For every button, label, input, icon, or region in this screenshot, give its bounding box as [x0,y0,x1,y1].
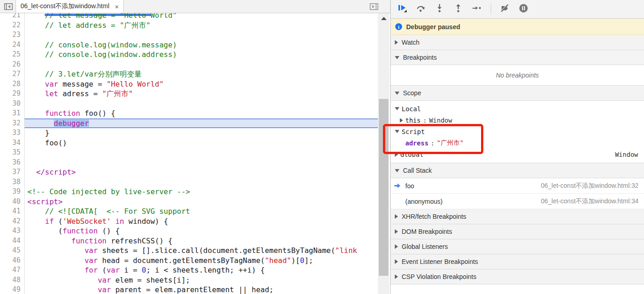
code-text[interactable]: var message = "Hello World" [25,79,378,89]
line-number[interactable]: 27 [0,69,25,79]
call-stack-frame[interactable]: (anonymous)06_let-const不添加window.html:34 [391,194,644,209]
line-number[interactable]: 30 [0,99,25,109]
code-text[interactable]: foo() [25,138,378,148]
section-header-xhr-fetch-breakpoints[interactable]: XHR/fetch Breakpoints [391,209,644,224]
code-text[interactable]: // <![CDATA[ <-- For SVG support [25,206,378,217]
editor-scrollbar[interactable] [378,13,389,294]
code-text[interactable]: </script> [25,167,378,177]
line-number[interactable]: 42 [0,217,25,227]
code-text[interactable] [25,177,378,187]
code-text[interactable]: (function () { [25,226,378,236]
line-number[interactable]: 46 [0,256,25,266]
show-debugger-sidebar-icon[interactable] [369,3,378,10]
scope-row-local[interactable]: Local [391,103,644,114]
line-number[interactable]: 37 [0,167,25,177]
code-text[interactable]: } [25,128,378,138]
code-text[interactable]: <script> [25,197,378,207]
line-number[interactable]: 34 [0,138,25,148]
code-line: 34 foo() [0,138,378,148]
code-editor[interactable]: 21 // let message = "Hello World"22 // l… [0,13,390,294]
line-number[interactable]: 33 [0,128,25,138]
scope-item-name: Global [400,151,424,158]
call-stack-frame[interactable]: foo06_let-const不添加window.html:32 [391,178,644,194]
line-number[interactable]: 41 [0,206,25,217]
step-out-button[interactable] [453,4,463,13]
scrollbar-up-button[interactable] [378,13,389,23]
line-number[interactable]: 48 [0,275,25,285]
frame-location[interactable]: 06_let-const不添加window.html:32 [541,182,639,190]
scope-row-this[interactable]: this: Window [391,114,644,126]
editor-tab[interactable]: 06_let-const不添加window.html × [16,0,124,13]
line-number[interactable]: 47 [0,265,25,275]
code-text[interactable]: let adress = "广州市" [25,89,378,99]
section-header-dom-breakpoints[interactable]: DOM Breakpoints [391,224,644,239]
code-text[interactable] [25,99,378,109]
code-text[interactable]: // console.log(window.message) [25,40,378,50]
code-text[interactable]: var parent = elem.parentElement || head; [25,285,378,294]
scope-row-adress[interactable]: adress: "广州市" [391,137,644,149]
step-into-button[interactable] [435,4,445,13]
code-line: 37 </script> [0,167,378,177]
code-text[interactable] [25,148,378,158]
line-number[interactable]: 28 [0,79,25,89]
code-token [27,119,54,128]
line-number[interactable]: 38 [0,177,25,187]
code-text[interactable]: if ('WebSocket' in window) { [25,217,378,227]
line-number[interactable]: 49 [0,285,25,294]
code-text[interactable] [25,60,378,70]
code-text[interactable]: // console.log(window.address) [25,50,378,60]
frame-location[interactable]: 06_let-const不添加window.html:34 [541,197,639,206]
line-number[interactable]: 36 [0,158,25,168]
scope-row-script[interactable]: Script [391,126,644,137]
code-text[interactable]: var sheets = [].slice.call(document.getE… [25,246,378,256]
section-header-breakpoints[interactable]: Breakpoints [391,50,644,65]
line-number[interactable]: 40 [0,197,25,207]
line-number[interactable]: 43 [0,226,25,236]
line-number[interactable]: 25 [0,50,25,60]
pause-on-exceptions-button[interactable] [518,4,529,13]
section-header-event-listener-breakpoints[interactable]: Event Listener Breakpoints [391,254,644,269]
line-number[interactable]: 32 [0,119,25,129]
code-text[interactable] [25,30,378,40]
scope-row-global[interactable]: GlobalWindow [391,149,644,160]
line-number[interactable]: 22 [0,21,25,31]
code-text[interactable] [25,158,378,168]
code-text[interactable]: var head = document.getElementsByTagName… [25,256,378,266]
scrollbar-thumb[interactable] [379,99,388,276]
code-text[interactable]: // 3.let/var分别声明变量 [25,69,378,79]
line-number[interactable]: 24 [0,40,25,50]
code-text[interactable]: // let message = "Hello World" [25,13,378,21]
code-line: 41 // <![CDATA[ <-- For SVG support [0,206,378,217]
tab-close-icon[interactable]: × [115,3,119,10]
step-over-button[interactable] [416,4,426,13]
step-button[interactable] [472,4,482,13]
line-number[interactable]: 21 [0,13,25,21]
line-number[interactable]: 31 [0,108,25,119]
section-header-global-listeners[interactable]: Global Listeners [391,239,644,254]
line-number[interactable]: 23 [0,30,25,40]
code-text[interactable]: for (var i = 0; i < sheets.length; ++i) … [25,265,378,275]
section-header-watch[interactable]: Watch [391,35,644,50]
line-number[interactable]: 26 [0,60,25,70]
code-text[interactable]: // let address = "广州市" [25,21,378,31]
line-number[interactable]: 29 [0,89,25,99]
section-header-call-stack[interactable]: Call Stack [391,163,644,178]
line-number[interactable]: 35 [0,148,25,158]
code-text[interactable]: var elem = sheets[i]; [25,275,378,285]
code-token [27,109,45,118]
section-header-scope[interactable]: Scope [391,86,644,101]
line-number[interactable]: 44 [0,236,25,246]
code-text-current-line[interactable]: debugger [25,119,378,129]
code-text[interactable]: function refreshCSS() { [25,236,378,246]
line-number[interactable]: 45 [0,246,25,256]
code-line: 44 function refreshCSS() { [0,236,378,246]
code-text[interactable]: function foo() { [25,108,378,119]
code-line: 43 (function () { [0,226,378,236]
deactivate-breakpoints-button[interactable] [500,4,510,13]
code-text[interactable]: <!-- Code injected by live-server --> [25,187,378,197]
code-token: window) { [124,217,168,226]
section-header-csp-violation-breakpoints[interactable]: CSP Violation Breakpoints [391,269,644,284]
resume-button[interactable] [397,4,407,13]
show-navigator-icon[interactable] [4,3,13,10]
line-number[interactable]: 39 [0,187,25,197]
